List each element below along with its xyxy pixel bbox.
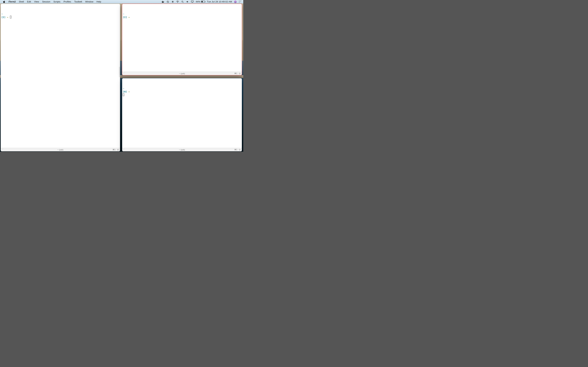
menu-edit[interactable]: Edit [26, 0, 33, 3]
terminal-pane-right-top[interactable]: ~ [I] → [122, 4, 242, 72]
tab-drag-handle-icon[interactable] [123, 149, 125, 151]
prompt-mode: [I] [123, 16, 127, 18]
menu-session[interactable]: Session [41, 0, 52, 3]
prompt-blank-line [1, 9, 3, 12]
prompt-blank-line [123, 84, 124, 86]
prompt-mode: [I] [1, 16, 5, 18]
siri-icon[interactable] [234, 0, 237, 3]
prompt-mode: [N] [123, 90, 127, 93]
tab-shortcut-label: ⌘1 [234, 72, 237, 75]
menu-window[interactable]: Window [84, 0, 95, 3]
menubar-clock[interactable]: Tue Jul 28 10:49:02 AM [207, 0, 232, 3]
apple-icon [3, 0, 5, 3]
prompt-path: ~ [1, 13, 3, 15]
spotlight-icon[interactable] [181, 0, 184, 3]
text-cursor [10, 16, 11, 18]
workspace: ~ [I] → ~ (zsh) ⌘1 ~ [I] → ~ (zsh) ⌘1 ~ [0, 3, 243, 152]
tab-bar-left: ~ (zsh) ⌘1 [1, 148, 120, 151]
menu-scripts[interactable]: Scripts [52, 0, 62, 3]
apple-menu[interactable] [1, 0, 7, 3]
airplay-icon[interactable] [191, 0, 194, 3]
tab-bar-right-top: ~ (zsh) ⌘1 [122, 72, 242, 75]
notification-center-icon[interactable] [239, 1, 242, 3]
terminal-window-right-bottom[interactable]: ~ [N] → ~ (zsh) ⌘1 [122, 78, 242, 151]
scrollbar-thumb[interactable] [119, 67, 120, 77]
menu-view[interactable]: View [33, 0, 41, 3]
volume-icon[interactable] [186, 0, 189, 3]
menu-help[interactable]: Help [95, 0, 103, 3]
tab-drag-handle-icon[interactable] [2, 149, 4, 151]
do-not-disturb-icon[interactable] [166, 0, 169, 3]
prompt-arrow-icon: → [7, 16, 8, 18]
svg-rect-5 [191, 1, 193, 2]
menubar-status-area: 44% Tue Jul 28 10:49:02 AM [162, 0, 242, 3]
wifi-icon[interactable] [176, 0, 179, 3]
prompt-arrow-icon: → [128, 90, 130, 93]
menubar-menus: iTerm2 Shell Edit View Session Scripts P… [1, 0, 103, 3]
prompt-path: ~ [123, 87, 124, 90]
terminal-window-left[interactable]: ~ [I] → ~ (zsh) ⌘1 [1, 4, 120, 151]
new-tab-button[interactable] [239, 149, 241, 151]
menu-shell[interactable]: Shell [17, 0, 26, 3]
svg-line-1 [167, 1, 168, 2]
terminal-pane-right-bottom[interactable]: ~ [N] → [122, 78, 242, 148]
spectacle-icon[interactable] [171, 0, 174, 3]
svg-line-4 [183, 2, 183, 3]
tab-shortcut-label: ⌘1 [234, 149, 237, 151]
svg-point-3 [182, 1, 183, 2]
terminal-window-right-top[interactable]: ~ [I] → ~ (zsh) ⌘1 [122, 4, 242, 75]
prompt-arrow-icon: → [128, 16, 130, 18]
app-menu[interactable]: iTerm2 [7, 0, 17, 3]
new-tab-button[interactable] [117, 149, 119, 151]
tab-title[interactable]: ~ (zsh) [57, 149, 63, 151]
battery-percent-label: 44% [196, 0, 200, 3]
tab-drag-handle-icon[interactable] [123, 73, 125, 75]
menu-profiles[interactable]: Profiles [62, 0, 73, 3]
tab-bar-right-bottom: ~ (zsh) ⌘1 [122, 148, 242, 151]
battery-status[interactable]: 44% [196, 0, 205, 3]
macos-menubar: iTerm2 Shell Edit View Session Scripts P… [0, 0, 243, 3]
svg-point-2 [177, 2, 178, 3]
text-cursor [123, 93, 124, 96]
docker-icon[interactable] [162, 0, 164, 3]
terminal-pane-left[interactable]: ~ [I] → [1, 4, 120, 148]
prompt-path: ~ [123, 13, 124, 15]
tab-title[interactable]: ~ (zsh) [179, 73, 185, 75]
prompt-blank-line [123, 9, 124, 12]
menu-toolbelt[interactable]: Toolbelt [73, 0, 84, 3]
battery-icon [201, 1, 205, 3]
tab-shortcut-label: ⌘1 [112, 149, 115, 151]
tab-title[interactable]: ~ (zsh) [179, 149, 185, 151]
new-tab-button[interactable] [239, 73, 241, 75]
